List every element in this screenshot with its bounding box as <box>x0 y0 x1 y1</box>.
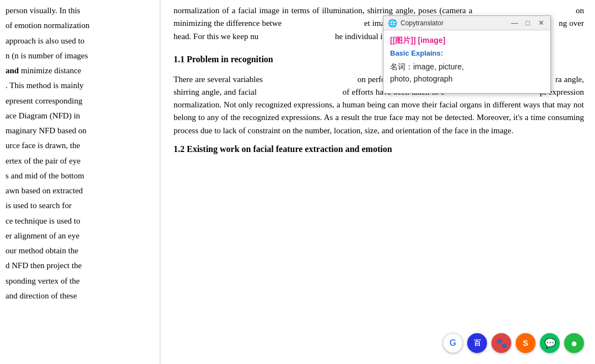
left-text-line14: is used to search for <box>6 199 143 212</box>
left-text-line6: . This method is mainly <box>6 79 143 92</box>
left-text-line17: our method obtain the <box>6 245 143 257</box>
left-text-line3: approach is also used to <box>6 35 143 47</box>
green-circle-button[interactable]: ● <box>564 333 584 353</box>
popup-titlebar: 🌐 Copytranslator — □ ✕ <box>383 16 550 30</box>
left-text-line19: sponding vertex of the <box>6 275 143 287</box>
left-text-line8: ace Diagram (NFD) in <box>6 110 143 122</box>
left-text-line4: n (n is number of images <box>6 50 143 62</box>
left-text-line1: person visually. In this <box>6 4 143 17</box>
definition-line1: 名词：image, picture, <box>390 62 464 71</box>
copytranslator-icon: 🌐 <box>388 19 397 28</box>
left-text-line13: awn based on extracted <box>6 184 143 197</box>
popup-body: [[图片]] [image] Basic Explains: 名词：image,… <box>383 30 550 93</box>
left-text-line15: ce technique is used to <box>6 215 143 227</box>
google-icon-button[interactable]: G <box>443 333 463 353</box>
left-text-line18: d NFD then project the <box>6 259 143 272</box>
document-area: person visually. In this of emotion norm… <box>0 0 595 364</box>
left-text-line9: maginary NFD based on <box>6 124 143 137</box>
left-column: person visually. In this of emotion norm… <box>0 0 149 364</box>
baidu-paw-icon-button[interactable]: 🐾 <box>491 333 511 353</box>
left-text-line16: er alignment of an eye <box>6 230 143 242</box>
left-text-line12: s and mid of the bottom <box>6 170 143 182</box>
popup-definition: 名词：image, picture, photo, photograph <box>390 61 544 85</box>
maximize-button[interactable]: □ <box>523 18 533 28</box>
section-1-2-title: 1.2 Existing work on facial feature extr… <box>174 143 584 156</box>
baidu-translate-icon-button[interactable]: 百 <box>467 333 487 353</box>
floating-icons-bar: G 百 🐾 S 💬 ● <box>443 333 584 353</box>
popup-basic-explains-label: Basic Explains: <box>390 49 544 57</box>
sogou-icon-button[interactable]: S <box>516 333 536 353</box>
left-text-line2: of emotion normalization <box>6 19 143 32</box>
popup-original-text: [[图片]] [image] <box>390 36 544 46</box>
left-text-line11: ertex of the pair of eye <box>6 155 143 167</box>
copytranslator-popup: 🌐 Copytranslator — □ ✕ [[图片]] [image] Ba… <box>383 15 551 94</box>
close-button[interactable]: ✕ <box>536 18 546 28</box>
left-text-line5: and minimize distance <box>6 64 143 77</box>
popup-title: Copytranslator <box>401 19 443 27</box>
left-text-line10: urce face is drawn, the <box>6 139 143 152</box>
minimize-button[interactable]: — <box>510 18 520 28</box>
chat-icon-button[interactable]: 💬 <box>540 333 560 353</box>
column-divider <box>160 0 160 364</box>
popup-controls: — □ ✕ <box>510 18 546 28</box>
definition-line2: photo, photograph <box>390 74 453 83</box>
left-text-line20: and direction of these <box>6 290 143 302</box>
left-text-line7: epresent corresponding <box>6 95 143 107</box>
